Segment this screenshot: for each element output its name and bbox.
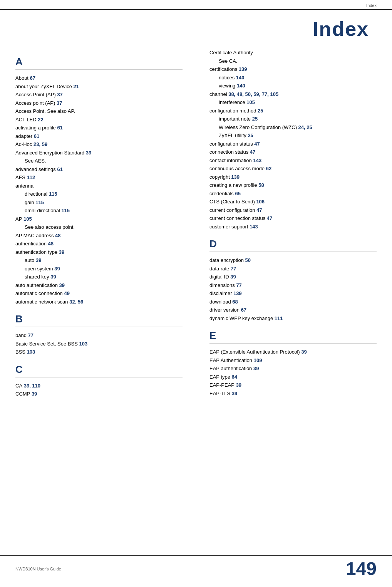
entry-num: 39 bbox=[84, 150, 91, 156]
entry-text: authentication type bbox=[15, 249, 57, 255]
entry-text: interference bbox=[219, 99, 245, 105]
entry-num: 112 bbox=[25, 174, 35, 180]
index-entry: Access Point. See also AP. bbox=[15, 107, 183, 115]
entry-text: connection status bbox=[209, 149, 248, 155]
entry-num: 58 bbox=[257, 182, 264, 188]
index-entry: CCMP 39 bbox=[15, 390, 183, 398]
entry-text: About bbox=[15, 75, 28, 81]
index-entry: EAP-TLS 39 bbox=[209, 390, 377, 397]
entry-text: EAP type bbox=[209, 374, 230, 380]
entry-text: CA bbox=[15, 383, 22, 389]
entry-text: gain bbox=[25, 200, 34, 205]
index-entry: download 68 bbox=[209, 298, 377, 306]
index-entry: credentials 65 bbox=[209, 190, 377, 198]
entry-num: 25 bbox=[256, 108, 263, 114]
entry-text: See AES. bbox=[25, 158, 46, 164]
index-entry: antenna bbox=[15, 182, 183, 190]
entry-text: CTS (Clear to Send) bbox=[209, 199, 255, 205]
entry-text: driver version bbox=[209, 307, 240, 313]
entry-num: 47 bbox=[255, 207, 262, 213]
entry-text: about your ZyXEL Device bbox=[15, 84, 72, 89]
entry-num: 61 bbox=[56, 166, 63, 172]
entry-text: AP bbox=[15, 216, 22, 222]
index-entry: AES 112 bbox=[15, 174, 183, 181]
entry-num: 48 bbox=[47, 241, 54, 247]
index-entry: Advanced Encryption Standard 39 bbox=[15, 149, 183, 157]
entry-text: Wireless Zero Configuration (WZC) bbox=[219, 124, 297, 130]
entry-num: 47 bbox=[265, 215, 272, 221]
entry-text: adapter bbox=[15, 133, 32, 139]
entry-text: shared key bbox=[25, 274, 49, 280]
index-entry: activating a profile 61 bbox=[15, 124, 183, 132]
entry-text: dynamic WEP key exchange bbox=[209, 315, 273, 321]
entry-num: 21 bbox=[72, 84, 79, 89]
entry-num: 39 bbox=[235, 382, 241, 388]
index-entry: current connection status 47 bbox=[209, 215, 377, 222]
page-title: Index bbox=[23, 17, 369, 40]
entry-text: omni-directional bbox=[25, 208, 60, 213]
entry-num: 105 bbox=[22, 216, 32, 222]
entry-num: 39 bbox=[30, 391, 37, 397]
entry-text: Ad-Hoc bbox=[15, 141, 32, 147]
entry-num: 39 bbox=[49, 274, 56, 280]
entry-num: 139 bbox=[230, 174, 240, 180]
index-entry: configuration status 47 bbox=[209, 140, 377, 148]
entry-num: 39 bbox=[53, 266, 60, 272]
section-letter-b: B bbox=[15, 313, 183, 327]
index-entry: contact information 143 bbox=[209, 157, 377, 164]
index-entry: configuration method 25 bbox=[209, 107, 377, 115]
entry-num: 25 bbox=[251, 116, 258, 122]
entry-num: 143 bbox=[252, 158, 261, 163]
entry-num: 77 bbox=[235, 282, 242, 288]
index-entry: omni-directional 115 bbox=[15, 207, 183, 215]
entry-text: EAP Authentication bbox=[209, 357, 252, 363]
entry-text: Certificate Authority bbox=[209, 50, 253, 55]
index-entry: EAP Authentication 109 bbox=[209, 357, 377, 364]
right-column: Certificate AuthoritySee CA.certificatio… bbox=[202, 48, 377, 399]
index-entry: Basic Service Set, See BSS 103 bbox=[15, 340, 183, 348]
index-entry: digital ID 39 bbox=[209, 273, 377, 281]
entry-text: advanced settings bbox=[15, 166, 56, 172]
section-letter-e: E bbox=[209, 330, 377, 344]
entry-text: current configuration bbox=[209, 207, 255, 213]
index-entry: CTS (Clear to Send) 106 bbox=[209, 198, 377, 206]
entry-num: 109 bbox=[252, 357, 262, 363]
index-entry: See AES. bbox=[15, 157, 183, 165]
entry-text: activating a profile bbox=[15, 125, 56, 131]
entry-text: important note bbox=[219, 116, 251, 122]
index-entry: AP 105 bbox=[15, 215, 183, 223]
entry-num: 103 bbox=[78, 341, 87, 347]
index-entry: adapter 61 bbox=[15, 132, 183, 140]
entry-num: 37 bbox=[56, 92, 63, 97]
index-entry: advanced settings 61 bbox=[15, 166, 183, 173]
entry-text: EAP-PEAP bbox=[209, 382, 235, 388]
entry-text: channel bbox=[209, 91, 227, 97]
page-header: Index bbox=[0, 0, 392, 10]
entry-text: Advanced Encryption Standard bbox=[15, 150, 84, 156]
entry-num: 115 bbox=[34, 200, 44, 205]
index-entry: gain 115 bbox=[15, 199, 183, 206]
left-column: AAbout 67about your ZyXEL Device 21Acces… bbox=[15, 48, 190, 399]
entry-num: 39, 110 bbox=[22, 383, 40, 389]
entry-num: 68 bbox=[231, 299, 238, 305]
entry-text: band bbox=[15, 332, 27, 338]
entry-num: 47 bbox=[248, 149, 255, 155]
content-area: AAbout 67about your ZyXEL Device 21Acces… bbox=[0, 44, 392, 406]
index-entry: creating a new profile 58 bbox=[209, 181, 377, 189]
index-entry: disclaimer 139 bbox=[209, 290, 377, 297]
entry-text: AP MAC address bbox=[15, 233, 54, 238]
entry-num: 49 bbox=[63, 290, 70, 296]
entry-text: open system bbox=[25, 266, 53, 272]
entry-text: AES bbox=[15, 174, 25, 180]
entry-text: EAP authentication bbox=[209, 366, 252, 371]
index-entry: See CA. bbox=[209, 57, 377, 65]
entry-text: data encryption bbox=[209, 257, 244, 263]
entry-text: ZyXEL utility bbox=[219, 132, 246, 138]
entry-num: 25 bbox=[246, 132, 253, 138]
entry-num: 77 bbox=[27, 332, 34, 338]
entry-num: 140 bbox=[235, 75, 244, 81]
entry-text: See CA. bbox=[219, 58, 237, 64]
index-entry: data rate 77 bbox=[209, 265, 377, 273]
entry-num: 115 bbox=[47, 191, 57, 197]
index-entry: open system 39 bbox=[15, 265, 183, 273]
